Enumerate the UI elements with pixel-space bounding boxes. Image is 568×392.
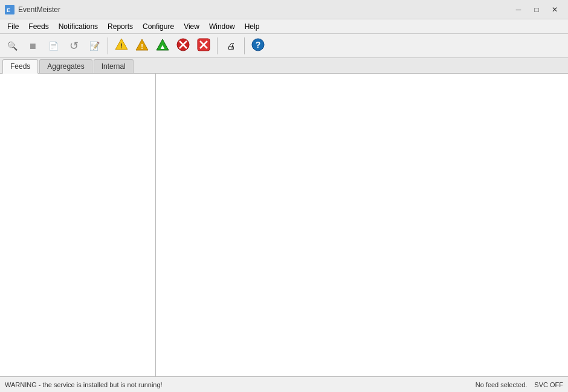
help-icon: ?	[251, 38, 265, 54]
help-toolbar-button[interactable]: ?	[248, 36, 268, 56]
warning-yellow2-icon: !	[135, 38, 149, 54]
left-panel	[0, 74, 156, 376]
warn-yellow2-button[interactable]: !	[132, 36, 152, 56]
tab-aggregates[interactable]: Aggregates	[39, 59, 92, 73]
error-red-icon	[176, 38, 190, 54]
menu-bar: File Feeds Notifications Reports Configu…	[0, 19, 568, 34]
toolbar: ! ! ▲	[0, 34, 568, 58]
title-bar-controls: ─ □ ✕	[510, 3, 563, 16]
print-toolbar-button[interactable]	[221, 36, 240, 56]
menu-item-configure[interactable]: Configure	[138, 21, 179, 33]
title-bar: E EventMeister ─ □ ✕	[0, 0, 568, 19]
menu-item-window[interactable]: Window	[204, 21, 240, 33]
close-button[interactable]: ✕	[546, 3, 563, 16]
warning-yellow-icon: !	[115, 37, 128, 54]
alert-green-icon: ▲	[156, 38, 169, 54]
menu-item-file[interactable]: File	[2, 21, 24, 33]
svg-text:!: !	[120, 42, 123, 50]
toolbar-separator-1	[108, 37, 108, 54]
status-right: No feed selected. SVC OFF	[476, 381, 563, 388]
feed-status-text: No feed selected.	[476, 381, 528, 388]
warn-red-button[interactable]	[173, 36, 193, 56]
toolbar-separator-3	[244, 37, 245, 54]
tab-strip: Feeds Aggregates Internal	[0, 58, 568, 74]
menu-item-reports[interactable]: Reports	[103, 21, 138, 33]
warn-yellow-button[interactable]: !	[112, 36, 131, 56]
svg-text:!: !	[141, 43, 143, 50]
svg-text:▲: ▲	[160, 43, 166, 50]
toolbar-separator-2	[217, 37, 218, 54]
svc-status-text: SVC OFF	[534, 381, 563, 388]
warn-green-button[interactable]: ▲	[153, 36, 172, 56]
doc-toolbar-button[interactable]	[44, 36, 63, 56]
search-icon	[7, 40, 18, 51]
warn-redx-button[interactable]	[194, 36, 213, 56]
status-warning-text: WARNING - the service is installed but i…	[5, 381, 163, 388]
print-icon	[227, 40, 235, 51]
stop-toolbar-button[interactable]	[23, 36, 42, 56]
menu-item-help[interactable]: Help	[240, 21, 265, 33]
refresh-toolbar-button[interactable]	[64, 36, 83, 56]
maximize-button[interactable]: □	[528, 3, 545, 16]
status-bar: WARNING - the service is installed but i…	[0, 376, 568, 392]
title-bar-left: E EventMeister	[5, 5, 60, 14]
app-title: EventMeister	[18, 5, 60, 14]
menu-item-view[interactable]: View	[179, 21, 204, 33]
document-icon	[48, 40, 59, 51]
minimize-button[interactable]: ─	[510, 3, 527, 16]
svg-text:E: E	[7, 7, 10, 13]
refresh-icon	[69, 39, 79, 53]
app-icon: E	[5, 5, 15, 14]
svg-text:?: ?	[256, 40, 261, 50]
edit-toolbar-button[interactable]	[85, 36, 104, 56]
search-toolbar-button[interactable]	[2, 36, 22, 56]
remove-icon	[197, 38, 210, 54]
tab-internal[interactable]: Internal	[94, 59, 134, 73]
right-panel	[156, 74, 568, 376]
edit-icon	[89, 40, 100, 51]
stop-icon	[28, 40, 37, 51]
menu-item-feeds[interactable]: Feeds	[24, 21, 53, 33]
menu-item-notifications[interactable]: Notifications	[54, 21, 103, 33]
main-content	[0, 74, 568, 376]
tab-feeds[interactable]: Feeds	[2, 59, 38, 74]
